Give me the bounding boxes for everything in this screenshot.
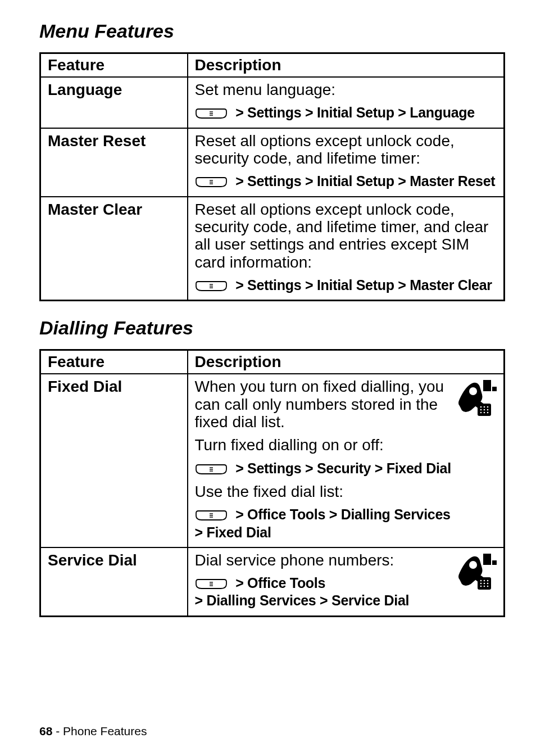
sim-phone-icon	[455, 553, 497, 591]
table-row: Language Set menu language: > Settings >…	[40, 77, 505, 128]
desc-text: Reset all options except unlock code, se…	[195, 201, 497, 271]
desc-language: Set menu language: > Settings > Initial …	[188, 77, 505, 128]
path-text: > Settings > Initial Setup > Master Rese…	[232, 173, 496, 189]
desc-text: Turn fixed dialling on or off:	[195, 436, 497, 454]
desc-text: Set menu language:	[195, 81, 497, 98]
desc-service-dial: Dial service phone numbers: > Office Too…	[188, 547, 505, 616]
menu-key-icon	[195, 107, 228, 120]
table-row: Master Reset Reset all options except un…	[40, 128, 505, 197]
path-text: > Settings > Initial Setup > Master Clea…	[232, 277, 492, 293]
table-row: Service Dial Dial service phone numbers:…	[40, 547, 505, 616]
feature-master-reset: Master Reset	[40, 128, 188, 197]
col-feature: Feature	[40, 53, 188, 78]
dialling-features-table: Feature Description Fixed Dial When you …	[39, 349, 505, 617]
page-footer: 68 - Phone Features	[39, 725, 147, 738]
table-row: Fixed Dial When you turn on fixed dialli…	[40, 374, 505, 547]
desc-text: When you turn on fixed dialling, you can…	[195, 378, 497, 431]
menu-path: > Settings > Initial Setup > Language	[195, 104, 497, 121]
path-text: > Office Tools > Dialling Services	[232, 506, 451, 522]
path-text: > Fixed Dial	[195, 524, 271, 540]
feature-language: Language	[40, 77, 188, 128]
table-row: Master Clear Reset all options except un…	[40, 197, 505, 301]
page-number: 68	[39, 725, 52, 737]
desc-text: Reset all options except unlock code, se…	[195, 132, 497, 168]
feature-fixed-dial: Fixed Dial	[40, 374, 188, 547]
menu-features-table: Feature Description Language Set menu la…	[39, 52, 505, 301]
menu-key-icon	[195, 280, 228, 292]
menu-key-icon	[195, 463, 228, 476]
menu-key-icon	[195, 176, 228, 188]
menu-key-icon	[195, 578, 228, 590]
col-description: Description	[188, 53, 505, 78]
desc-text: Use the fixed dial list:	[195, 483, 497, 500]
section-title-dialling: Dialling Features	[39, 317, 505, 339]
sim-phone-icon	[455, 379, 497, 417]
footer-section: Phone Features	[63, 725, 147, 737]
menu-key-icon	[195, 509, 228, 522]
path-text: > Dialling Services > Service Dial	[195, 592, 410, 608]
path-text: > Office Tools	[232, 575, 326, 591]
desc-master-reset: Reset all options except unlock code, se…	[188, 128, 505, 197]
menu-path: > Settings > Initial Setup > Master Clea…	[195, 277, 497, 294]
section-title-menu: Menu Features	[39, 20, 505, 42]
path-text: > Settings > Security > Fixed Dial	[232, 460, 451, 476]
menu-path: > Office Tools> Dialling Services > Serv…	[195, 574, 497, 610]
feature-master-clear: Master Clear	[40, 197, 188, 301]
path-text: > Settings > Initial Setup > Language	[232, 105, 475, 120]
footer-sep: -	[52, 725, 63, 737]
table-header-row: Feature Description	[40, 53, 505, 78]
menu-path: > Office Tools > Dialling Services> Fixe…	[195, 506, 497, 541]
desc-fixed-dial: When you turn on fixed dialling, you can…	[188, 374, 505, 547]
desc-master-clear: Reset all options except unlock code, se…	[188, 197, 505, 301]
menu-path: > Settings > Security > Fixed Dial	[195, 460, 497, 477]
col-description: Description	[188, 350, 505, 374]
menu-path: > Settings > Initial Setup > Master Rese…	[195, 173, 497, 190]
feature-service-dial: Service Dial	[40, 547, 188, 616]
desc-text: Dial service phone numbers:	[195, 551, 497, 569]
table-header-row: Feature Description	[40, 350, 505, 374]
col-feature: Feature	[40, 350, 188, 374]
